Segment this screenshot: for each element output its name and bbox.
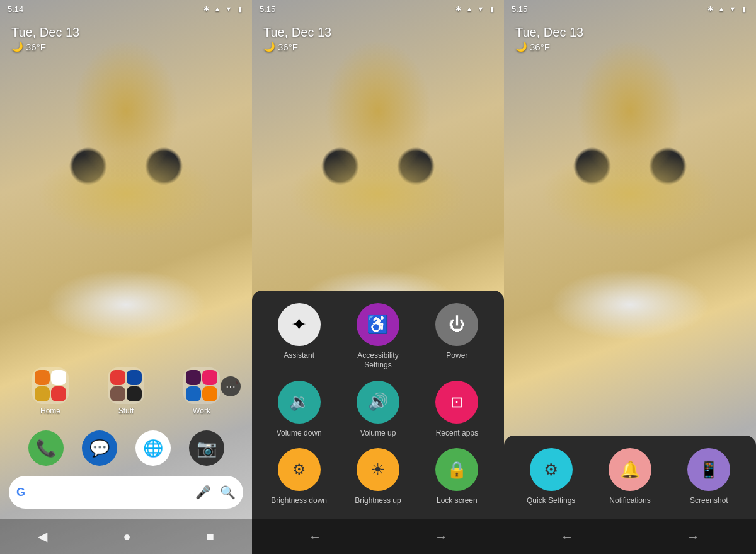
bluetooth-icon-2: ✱ <box>454 4 462 13</box>
status-icons-1: ✱ ▲ ▼ ▮ <box>202 4 244 13</box>
home-button-1[interactable]: ● <box>123 529 130 544</box>
status-bar-3: 5:15 ✱ ▲ ▼ ▮ <box>504 0 756 18</box>
panel-1: 5:14 ✱ ▲ ▼ ▮ Tue, Dec 13 🌙 36°F Home <box>0 0 252 554</box>
recent-apps-circle: ⊡ <box>435 381 478 424</box>
moon-icon-3: 🌙 <box>515 41 527 52</box>
stuff-icon-1 <box>110 370 125 385</box>
work-icon-3 <box>186 386 201 401</box>
bluetooth-icon-3: ✱ <box>706 4 714 13</box>
dock-apps: 📞 💬 🌐 📷 <box>0 430 252 466</box>
lock-screen-item[interactable]: 🔒 Lock screen <box>420 448 494 506</box>
volume-down-circle: 🔉 <box>278 381 321 424</box>
slack-icon <box>186 370 201 385</box>
more-options-button[interactable]: ⋯ <box>220 376 241 396</box>
quick-settings-circle: ⚙ <box>530 448 573 491</box>
brightness-down-circle: ⚙ <box>278 448 321 491</box>
stuff-folder-grid <box>108 367 144 404</box>
assistant-item[interactable]: ✦ Assistant <box>262 303 336 371</box>
signal-icon: ▲ <box>213 4 222 13</box>
nav-bar-2: ← → <box>252 519 504 554</box>
status-icons-3: ✱ ▲ ▼ ▮ <box>706 4 748 13</box>
date-widget-2: Tue, Dec 13 🌙 36°F <box>263 25 331 52</box>
battery-icon: ▮ <box>236 4 244 13</box>
panel-2: 5:15 ✱ ▲ ▼ ▮ Tue, Dec 13 🌙 36°F ✦ Assist… <box>252 0 504 554</box>
work-folder[interactable]: Work <box>183 367 220 415</box>
date-widget-1: Tue, Dec 13 🌙 36°F <box>11 25 79 52</box>
screenshot-item[interactable]: 📱 Screenshot <box>672 448 746 506</box>
chrome-app-icon[interactable]: 🌐 <box>135 430 171 466</box>
home-folder-label: Home <box>40 407 60 415</box>
hue-icon <box>35 370 50 385</box>
recent-button-1[interactable]: ■ <box>207 529 214 544</box>
search-bar[interactable]: G 🎤 🔍 <box>9 476 243 509</box>
date-text-2: Tue, Dec 13 <box>263 25 331 40</box>
brightness-up-label: Brightness up <box>355 496 401 506</box>
camera-app-icon[interactable]: 📷 <box>189 430 224 466</box>
dyson-icon <box>35 386 50 401</box>
weather-text-2: 🌙 36°F <box>263 41 331 52</box>
volume-up-item[interactable]: 🔊 Volume up <box>341 381 415 439</box>
accessibility-label: AccessibilitySettings <box>357 351 398 371</box>
lens-icon[interactable]: 🔍 <box>220 485 236 500</box>
work-icon-2 <box>202 370 217 385</box>
notifications-item[interactable]: 🔔 Notifications <box>593 448 667 506</box>
wallpaper-overlay-1 <box>0 0 252 554</box>
back-button-1[interactable]: ◀ <box>38 529 47 544</box>
wifi-icon-3: ▼ <box>728 4 737 13</box>
mic-icon[interactable]: 🎤 <box>195 485 211 500</box>
stuff-icon-4 <box>127 386 142 401</box>
weather-text-1: 🌙 36°F <box>11 41 79 52</box>
signal-icon-3: ▲ <box>717 4 726 13</box>
brightness-up-item[interactable]: ☀ Brightness up <box>341 448 415 506</box>
status-time-2: 5:15 <box>260 4 275 14</box>
power-label: Power <box>446 351 467 361</box>
brightness-down-item[interactable]: ⚙ Brightness down <box>262 448 336 506</box>
volume-up-label: Volume up <box>360 429 396 439</box>
stuff-folder-label: Stuff <box>118 407 134 415</box>
nav-bar-3: ← → <box>504 519 756 554</box>
b-icon <box>51 386 66 401</box>
date-widget-3: Tue, Dec 13 🌙 36°F <box>515 25 583 52</box>
signal-icon-2: ▲ <box>465 4 474 13</box>
screenshot-circle: 📱 <box>687 448 730 491</box>
status-bar-2: 5:15 ✱ ▲ ▼ ▮ <box>252 0 504 18</box>
recent-apps-label: Recent apps <box>436 429 478 439</box>
lock-screen-label: Lock screen <box>437 496 478 506</box>
messages-app-icon[interactable]: 💬 <box>82 430 117 466</box>
quick-settings-item[interactable]: ⚙ Quick Settings <box>514 448 588 506</box>
notifications-circle: 🔔 <box>609 448 651 491</box>
work-folder-label: Work <box>193 407 210 415</box>
volume-down-label: Volume down <box>277 429 322 439</box>
assistant-label: Assistant <box>284 351 314 361</box>
quick-settings-label: Quick Settings <box>527 496 575 506</box>
google-icon <box>51 370 66 385</box>
status-bar-1: 5:14 ✱ ▲ ▼ ▮ <box>0 0 252 18</box>
google-g-logo: G <box>16 486 25 499</box>
moon-icon-2: 🌙 <box>263 41 275 52</box>
prev-page-button-3[interactable]: ← <box>561 529 573 544</box>
accessibility-menu: ✦ Assistant ♿ AccessibilitySettings ⏻ Po… <box>252 291 504 519</box>
volume-down-item[interactable]: 🔉 Volume down <box>262 381 336 439</box>
accessibility-item[interactable]: ♿ AccessibilitySettings <box>341 303 415 371</box>
notifications-label: Notifications <box>609 496 650 506</box>
wifi-icon: ▼ <box>224 4 233 13</box>
wifi-icon-2: ▼ <box>476 4 485 13</box>
recent-apps-item[interactable]: ⊡ Recent apps <box>420 381 494 439</box>
next-page-button-2[interactable]: → <box>435 529 447 544</box>
prev-page-button-2[interactable]: ← <box>309 529 321 544</box>
panel-3: 5:15 ✱ ▲ ▼ ▮ Tue, Dec 13 🌙 36°F ⚙ Quick … <box>504 0 756 554</box>
stuff-icon-2 <box>127 370 142 385</box>
battery-icon-3: ▮ <box>740 4 748 13</box>
brightness-down-label: Brightness down <box>271 496 327 506</box>
stuff-folder[interactable]: Stuff <box>108 367 144 415</box>
status-time-1: 5:14 <box>8 4 23 14</box>
phone-app-icon[interactable]: 📞 <box>28 430 64 466</box>
work-icon-4 <box>202 386 217 401</box>
work-folder-grid <box>183 367 220 404</box>
next-page-button-3[interactable]: → <box>687 529 699 544</box>
battery-icon-2: ▮ <box>488 4 496 13</box>
power-circle: ⏻ <box>435 303 478 346</box>
power-item[interactable]: ⏻ Power <box>420 303 494 371</box>
bluetooth-icon: ✱ <box>202 4 210 13</box>
home-folder[interactable]: Home <box>32 367 69 415</box>
